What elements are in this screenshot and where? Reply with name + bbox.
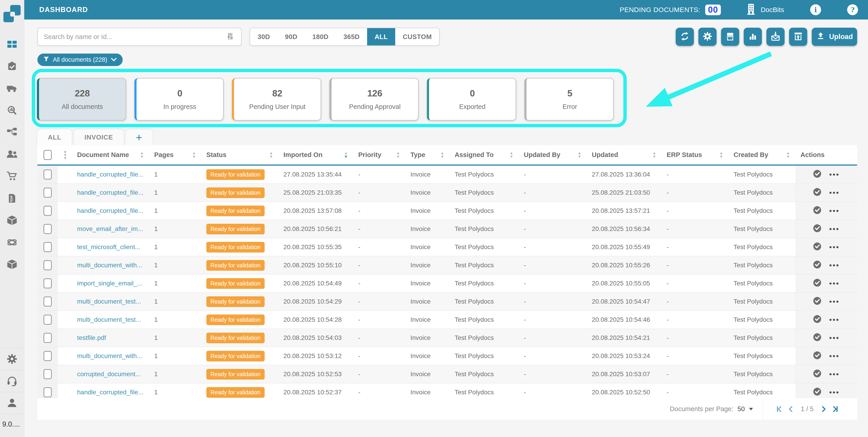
more-actions-icon[interactable]: ••• <box>829 188 840 197</box>
settings-button[interactable] <box>699 28 716 46</box>
time-filter-365d[interactable]: 365D <box>336 28 367 46</box>
tab-all[interactable]: ALL <box>37 129 72 145</box>
status-card-in-progress[interactable]: 0In progress <box>134 78 224 120</box>
row-checkbox[interactable] <box>43 315 52 325</box>
sidebar-item-purchase-orders[interactable] <box>0 166 24 187</box>
document-name-link[interactable]: handle_corrupted_file... <box>72 207 150 214</box>
time-filter-90d[interactable]: 90D <box>278 28 305 46</box>
app-logo[interactable] <box>2 4 22 24</box>
more-actions-icon[interactable]: ••• <box>829 243 840 252</box>
per-page-dropdown-icon[interactable] <box>748 407 753 411</box>
document-name-link[interactable]: handle_corrupted_file... <box>72 189 150 196</box>
column-header-assigned-to[interactable]: Assigned To▲▼ <box>450 145 519 165</box>
status-card-pending-approval[interactable]: 126Pending Approval <box>330 78 418 120</box>
sidebar-item-invoices[interactable]: $ <box>0 187 24 210</box>
column-header-created-by[interactable]: Created By▲▼ <box>729 145 796 165</box>
document-name-link[interactable]: handle_corrupted_file... <box>72 171 150 178</box>
more-actions-icon[interactable]: ••• <box>829 170 840 179</box>
column-header-type[interactable]: Type▲▼ <box>406 145 450 165</box>
sidebar-item-products[interactable] <box>0 254 24 276</box>
more-actions-icon[interactable]: ••• <box>829 352 840 360</box>
validate-action-icon[interactable] <box>812 241 823 253</box>
sidebar-item-dashboard[interactable] <box>0 34 24 56</box>
column-menu-button[interactable] <box>58 145 72 165</box>
sort-icon[interactable]: ▲▼ <box>578 151 581 158</box>
validate-action-icon[interactable] <box>812 169 823 181</box>
sidebar-item-shipments[interactable] <box>0 78 24 99</box>
validate-action-icon[interactable] <box>812 278 823 290</box>
column-header-erp-status[interactable]: ERP Status▲▼ <box>662 145 729 165</box>
sort-icon[interactable]: ▲▼ <box>269 151 273 158</box>
sort-icon[interactable]: ▲▼ <box>786 151 790 158</box>
restore-button[interactable] <box>789 28 807 46</box>
validate-action-icon[interactable] <box>812 296 823 308</box>
organization[interactable]: DocBits <box>746 3 784 16</box>
analytics-button[interactable] <box>744 28 762 46</box>
sort-icon[interactable]: ▲▼ <box>140 151 144 158</box>
document-name-link[interactable]: multi_document_test... <box>72 316 150 323</box>
sidebar-item-profile[interactable] <box>0 397 24 410</box>
documents-filter-chip[interactable]: All documents (228) <box>37 54 123 66</box>
tune-filter-icon[interactable] <box>225 31 235 42</box>
sort-icon[interactable]: ▲▼ <box>396 151 400 158</box>
sort-icon[interactable]: ▲▼ <box>719 151 723 158</box>
validate-action-icon[interactable] <box>812 332 823 344</box>
column-header-priority[interactable]: Priority▲▼ <box>354 145 406 165</box>
status-card-all-documents[interactable]: 228All documents <box>37 78 126 120</box>
sidebar-item-workflow[interactable] <box>0 122 24 144</box>
last-page-button[interactable] <box>830 403 841 415</box>
status-card-error[interactable]: 5Error <box>525 78 614 120</box>
sort-icon[interactable]: ▲▼ <box>652 151 656 158</box>
more-actions-icon[interactable]: ••• <box>829 370 840 378</box>
column-header-imported-on[interactable]: Imported On▲▼ <box>279 145 354 165</box>
info-button[interactable]: i <box>810 4 821 15</box>
select-all-cell[interactable] <box>37 145 58 165</box>
search-input[interactable] <box>44 33 225 40</box>
row-checkbox[interactable] <box>43 387 52 397</box>
column-header-status[interactable]: Status▲▼ <box>202 145 279 165</box>
status-card-pending-user-input[interactable]: 82Pending User Input <box>232 78 321 120</box>
search-box[interactable] <box>37 28 242 46</box>
validate-action-icon[interactable] <box>812 187 823 199</box>
validate-action-icon[interactable] <box>812 350 823 362</box>
column-header-pages[interactable]: Pages▲▼ <box>150 145 202 165</box>
mail-import-button[interactable] <box>767 28 784 46</box>
per-page-value[interactable]: 50 <box>737 405 745 413</box>
validate-action-icon[interactable] <box>812 386 823 399</box>
validate-action-icon[interactable] <box>812 205 823 217</box>
document-name-link[interactable]: multi_document_with... <box>72 352 150 360</box>
row-checkbox[interactable] <box>43 369 52 379</box>
document-name-link[interactable]: testfile.pdf <box>72 334 150 342</box>
time-filter-all[interactable]: ALL <box>367 28 395 46</box>
time-filter-30d[interactable]: 30D <box>250 28 278 46</box>
tab-invoice[interactable]: INVOICE <box>74 129 123 145</box>
time-filter-custom[interactable]: CUSTOM <box>395 28 439 46</box>
row-checkbox[interactable] <box>43 170 52 179</box>
more-actions-icon[interactable]: ••• <box>829 207 840 215</box>
validate-action-icon[interactable] <box>812 223 823 235</box>
more-actions-icon[interactable]: ••• <box>829 279 840 288</box>
validate-action-icon[interactable] <box>812 368 823 380</box>
document-name-link[interactable]: move_email_after_im... <box>72 225 150 233</box>
more-actions-icon[interactable]: ••• <box>829 334 840 342</box>
more-actions-icon[interactable]: ••• <box>829 225 840 233</box>
more-actions-icon[interactable]: ••• <box>829 297 840 306</box>
sort-icon[interactable]: ▲▼ <box>440 151 444 158</box>
scan-button[interactable] <box>721 28 739 46</box>
sort-icon[interactable]: ▲▼ <box>509 151 514 158</box>
sidebar-item-tasks[interactable] <box>0 56 24 78</box>
row-checkbox[interactable] <box>43 351 52 361</box>
sidebar-item-packages[interactable] <box>0 210 24 232</box>
first-page-button[interactable] <box>773 403 785 415</box>
validate-action-icon[interactable] <box>812 259 823 271</box>
column-header-updated-by[interactable]: Updated By▲▼ <box>519 145 587 165</box>
more-actions-icon[interactable]: ••• <box>829 261 840 269</box>
add-tab-button[interactable]: + <box>126 129 152 145</box>
document-name-link[interactable]: multi_document_with... <box>72 262 150 269</box>
document-name-link[interactable]: import_single_email_... <box>72 280 150 287</box>
document-name-link[interactable]: handle_corrupted_file... <box>72 389 150 396</box>
more-actions-icon[interactable]: ••• <box>829 316 840 324</box>
row-checkbox[interactable] <box>43 206 52 216</box>
status-card-exported[interactable]: 0Exported <box>427 78 516 120</box>
sort-icon[interactable]: ▲▼ <box>344 151 348 158</box>
